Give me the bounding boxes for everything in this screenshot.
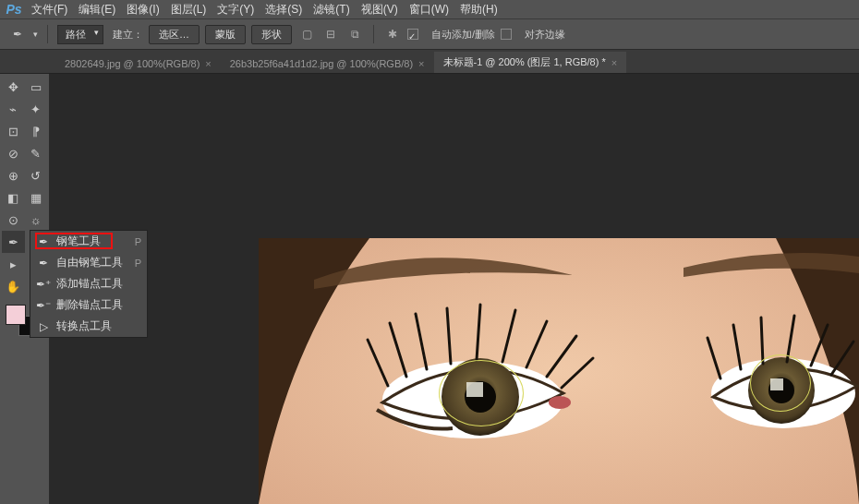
svg-rect-8 — [770, 378, 783, 390]
crop-tool[interactable]: ⊡ — [2, 120, 25, 142]
tab-document-3[interactable]: 未标题-1 @ 200% (图层 1, RGB/8) * × — [434, 52, 627, 73]
menu-filter[interactable]: 滤镜(T) — [308, 2, 355, 18]
path-align-icon[interactable]: ⊟ — [321, 25, 340, 43]
blur-tool[interactable]: ⊙ — [2, 209, 25, 231]
flyout-shortcut: P — [130, 258, 141, 269]
menu-help[interactable]: 帮助(H) — [454, 2, 503, 18]
history-brush-tool[interactable]: ↺ — [25, 164, 48, 186]
flyout-pen-tool[interactable]: ✒ 钢笔工具 P — [30, 231, 147, 252]
path-combine-icon[interactable]: ▢ — [297, 25, 316, 43]
align-edges-label: 对齐边缘 — [525, 28, 565, 42]
stamp-tool[interactable]: ⊕ — [2, 164, 25, 186]
close-icon[interactable]: × — [418, 58, 424, 69]
svg-rect-4 — [466, 382, 483, 397]
flyout-add-anchor-tool[interactable]: ✒⁺ 添加锚点工具 — [30, 273, 147, 294]
path-arrange-icon[interactable]: ⧉ — [345, 25, 364, 43]
marquee-tool[interactable]: ▭ — [25, 76, 48, 98]
tab-label: 26b3b25f6a41d1d2.jpg @ 100%(RGB/8) — [230, 58, 413, 69]
pen-icon: ✒ — [36, 235, 51, 248]
flyout-label: 转换点工具 — [56, 318, 125, 334]
menu-file[interactable]: 文件(F) — [26, 2, 73, 18]
flyout-convert-point-tool[interactable]: ▷ 转换点工具 — [30, 316, 147, 337]
align-edges-checkbox[interactable] — [501, 29, 512, 40]
flyout-freeform-pen-tool[interactable]: ✒ 自由钢笔工具 P — [30, 252, 147, 273]
flyout-label: 添加锚点工具 — [56, 276, 125, 292]
brush-tool[interactable]: ✎ — [25, 142, 48, 164]
add-anchor-icon: ✒⁺ — [36, 278, 51, 291]
divider — [47, 25, 48, 43]
heal-tool[interactable]: ⊘ — [2, 142, 25, 164]
delete-anchor-icon: ✒⁻ — [36, 299, 51, 312]
shape-button[interactable]: 形状 — [251, 25, 292, 44]
pen-tool-flyout: ✒ 钢笔工具 P ✒ 自由钢笔工具 P ✒⁺ 添加锚点工具 ✒⁻ 删除锚点工具 … — [30, 230, 148, 338]
menu-type[interactable]: 文字(Y) — [212, 2, 260, 18]
hand-tool[interactable]: ✋ — [2, 275, 25, 297]
gradient-tool[interactable]: ▦ — [25, 186, 48, 209]
menu-layer[interactable]: 图层(L) — [165, 2, 212, 18]
wand-tool[interactable]: ✦ — [25, 98, 48, 120]
foreground-color-swatch[interactable] — [6, 305, 26, 325]
tabs-bar: 2802649.jpg @ 100%(RGB/8) × 26b3b25f6a41… — [0, 50, 859, 74]
auto-add-delete-label: 自动添加/删除 — [431, 28, 495, 42]
mode-dropdown[interactable]: 路径 — [57, 25, 103, 44]
pen-icon: ✒ — [7, 26, 28, 42]
tab-document-1[interactable]: 2802649.jpg @ 100%(RGB/8) × — [55, 54, 221, 73]
menu-edit[interactable]: 编辑(E) — [73, 2, 121, 18]
tab-label: 2802649.jpg @ 100%(RGB/8) — [65, 58, 200, 69]
menu-image[interactable]: 图像(I) — [121, 2, 164, 18]
eyedropper-tool[interactable]: ⁋ — [25, 120, 48, 142]
move-tool[interactable]: ✥ — [2, 76, 25, 98]
face-image — [259, 238, 859, 504]
options-bar: ✒ ▾ 路径 建立： 选区… 蒙版 形状 ▢ ⊟ ⧉ ✱ 自动添加/删除 对齐边… — [0, 18, 859, 50]
flyout-label: 自由钢笔工具 — [56, 255, 125, 270]
auto-add-delete-checkbox[interactable] — [407, 29, 418, 40]
menu-view[interactable]: 视图(V) — [356, 2, 404, 18]
selection-button[interactable]: 选区… — [149, 25, 200, 44]
svg-point-9 — [549, 396, 571, 409]
flyout-label: 钢笔工具 — [56, 234, 125, 249]
menubar: Ps 文件(F) 编辑(E) 图像(I) 图层(L) 文字(Y) 选择(S) 滤… — [0, 0, 859, 18]
canvas-area[interactable] — [50, 74, 859, 504]
dodge-tool[interactable]: ☼ — [25, 209, 48, 231]
tab-document-2[interactable]: 26b3b25f6a41d1d2.jpg @ 100%(RGB/8) × — [221, 54, 434, 73]
path-select-tool[interactable]: ▸ — [2, 253, 25, 275]
tab-label: 未标题-1 @ 200% (图层 1, RGB/8) * — [443, 55, 606, 69]
flyout-label: 删除锚点工具 — [56, 297, 125, 313]
gear-icon[interactable]: ✱ — [383, 25, 402, 43]
menu-select[interactable]: 选择(S) — [260, 2, 308, 18]
mask-button[interactable]: 蒙版 — [205, 25, 246, 44]
menu-window[interactable]: 窗口(W) — [404, 2, 454, 18]
chevron-down-icon[interactable]: ▾ — [33, 30, 38, 39]
close-icon[interactable]: × — [611, 57, 617, 68]
build-label: 建立： — [113, 28, 143, 42]
flyout-shortcut: P — [130, 236, 141, 247]
flyout-delete-anchor-tool[interactable]: ✒⁻ 删除锚点工具 — [30, 294, 147, 316]
canvas-image — [259, 238, 859, 504]
pen-tool[interactable]: ✒ — [2, 231, 25, 253]
convert-point-icon: ▷ — [36, 320, 51, 333]
eraser-tool[interactable]: ◧ — [2, 186, 25, 209]
divider — [373, 25, 374, 43]
app-logo: Ps — [2, 0, 26, 18]
freeform-pen-icon: ✒ — [36, 257, 51, 270]
lasso-tool[interactable]: ⌁ — [2, 98, 25, 120]
close-icon[interactable]: × — [205, 58, 211, 69]
